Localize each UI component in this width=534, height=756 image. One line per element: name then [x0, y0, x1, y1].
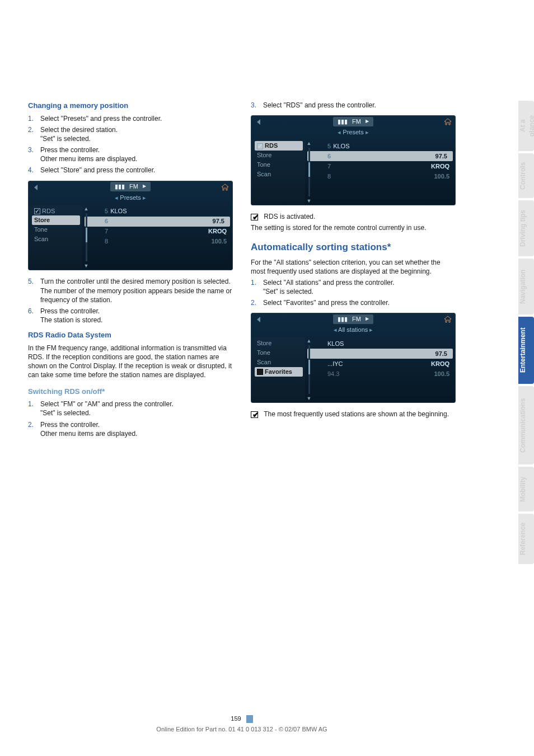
display-station-row[interactable]: 7KROQ — [305, 161, 455, 171]
home-icon — [221, 184, 229, 191]
side-tab-driving-tips[interactable]: Driving tips — [518, 200, 534, 256]
display-submenu: ◂ All stations ▸ — [251, 325, 455, 337]
display-all-stations-favorites: ▮▮▮FM▶◂ All stations ▸StoreToneScanFavor… — [251, 313, 456, 403]
home-icon — [444, 316, 452, 323]
svg-marker-3 — [444, 119, 451, 125]
heading-auto-sort: Automatically sorting stations* — [251, 241, 456, 253]
display-station-list: ▲▼5KLOS697.57KROQ8100.5 — [82, 205, 232, 270]
display-station-row[interactable]: 94.3100.5 — [305, 369, 455, 379]
display-scrollbar[interactable]: ▲▼ — [82, 205, 90, 270]
checkbox-filled-icon — [257, 369, 263, 375]
display-left-menu: StoreToneScanFavorites — [251, 337, 305, 402]
display-left-menu: RDSStoreToneScan — [29, 205, 82, 270]
home-icon — [444, 118, 452, 126]
step-number: 5. — [28, 277, 40, 304]
band-indicator: ▮▮▮FM▶ — [333, 117, 373, 126]
display-menu-item-store[interactable]: Store — [32, 215, 80, 225]
svg-marker-4 — [257, 317, 260, 322]
body-auto-sort: For the "All stations" selection criteri… — [251, 258, 456, 276]
step-body: Select "Store" and press the controller. — [40, 166, 233, 175]
rds-stored-note: The setting is stored for the remote con… — [251, 223, 456, 232]
display-menu-item-store[interactable]: Store — [255, 339, 305, 348]
step-number: 3. — [28, 145, 40, 163]
display-left-menu: RDSStoreToneScan — [251, 140, 305, 204]
side-tab-controls[interactable]: Controls — [518, 153, 534, 198]
display-station-row[interactable]: 7KROQ — [82, 227, 232, 237]
display-menu-item-rds[interactable]: RDS — [255, 141, 303, 151]
display-station-row[interactable]: 8100.5 — [305, 171, 455, 181]
edition-line: Online Edition for Part no. 01 41 0 013 … — [0, 725, 484, 734]
page-marker-icon — [246, 715, 253, 723]
display-station-row[interactable]: 97.5 — [307, 349, 453, 359]
display-menu-item-scan[interactable]: Scan — [255, 358, 305, 367]
step-body: Select "FM" or "AM" and press the contro… — [40, 400, 233, 417]
side-tab-at-a-glance[interactable]: At a glance — [518, 101, 534, 151]
display-station-row[interactable]: 5KLOS — [82, 206, 232, 217]
svg-marker-5 — [444, 316, 451, 322]
display-station-row[interactable]: 697.5 — [85, 217, 230, 227]
display-menu-item-rds[interactable]: RDS — [32, 206, 82, 216]
heading-rds-system: RDS Radio Data System — [28, 330, 233, 340]
steps-auto-sort: 1.Select "All stations" and press the co… — [251, 278, 456, 308]
display-station-row[interactable]: ...IYCKROQ — [305, 359, 455, 369]
display-station-row[interactable]: 5KLOS — [305, 141, 455, 151]
step-number: 1. — [251, 278, 263, 296]
step-body: Select "All stations" and press the cont… — [263, 278, 456, 296]
display-station-list: ▲▼KLOS97.5...IYCKROQ94.3100.5 — [305, 337, 455, 402]
svg-marker-0 — [34, 185, 38, 190]
display-presets-rds: ▮▮▮FM▶◂ Presets ▸RDSStoreToneScan▲▼5KLOS… — [251, 115, 456, 205]
display-menu-item-store[interactable]: Store — [255, 151, 305, 160]
display-submenu: ◂ Presets ▸ — [251, 127, 455, 140]
band-indicator: ▮▮▮FM▶ — [333, 314, 373, 324]
display-menu-item-favorites[interactable]: Favorites — [255, 367, 303, 377]
step-body: Press the controller.Other menu items ar… — [40, 420, 233, 438]
page-footer: 159 Online Edition for Part no. 01 41 0 … — [0, 715, 484, 734]
nav-left-icon — [32, 184, 40, 191]
side-tab-mobility[interactable]: Mobility — [518, 467, 534, 511]
step-number: 3. — [251, 101, 263, 110]
side-tab-reference[interactable]: Reference — [518, 514, 534, 564]
side-tabs: At a glanceControlsDriving tipsNavigatio… — [484, 0, 534, 756]
body-rds-system: In the FM frequency range, additional in… — [28, 344, 233, 380]
steps-switching-rds-3: 3.Select "RDS" and press the controller. — [251, 101, 456, 110]
step-body: Press the controller.The station is stor… — [40, 307, 233, 325]
side-tab-communications[interactable]: Communications — [518, 386, 534, 464]
steps-switching-rds-12: 1.Select "FM" or "AM" and press the cont… — [28, 400, 233, 438]
display-menu-item-scan[interactable]: Scan — [32, 234, 82, 244]
step-body: Select "Favorites" and press the control… — [263, 298, 456, 307]
step-number: 2. — [28, 125, 40, 143]
display-menu-item-scan[interactable]: Scan — [255, 170, 305, 179]
svg-marker-2 — [257, 119, 260, 125]
display-menu-item-tone[interactable]: Tone — [32, 225, 82, 234]
nav-left-icon — [255, 118, 263, 126]
step-number: 2. — [28, 420, 40, 438]
step-number: 2. — [251, 298, 263, 307]
heading-switching-rds: Switching RDS on/off* — [28, 387, 233, 397]
checkbox-checked-icon — [257, 143, 263, 149]
display-station-row[interactable]: 697.5 — [307, 151, 453, 161]
display-station-row[interactable]: 8100.5 — [82, 237, 232, 247]
page-number: 159 — [231, 715, 241, 722]
heading-changing-memory: Changing a memory position — [28, 101, 233, 111]
display-menu-item-tone[interactable]: Tone — [255, 348, 305, 358]
auto-sort-note-text: The most frequently used stations are sh… — [264, 410, 449, 418]
step-number: 4. — [28, 166, 40, 175]
side-tab-entertainment[interactable]: Entertainment — [518, 317, 534, 384]
auto-sort-note: The most frequently used stations are sh… — [251, 410, 456, 419]
band-indicator: ▮▮▮FM▶ — [110, 182, 151, 191]
side-tab-navigation[interactable]: Navigation — [518, 259, 534, 314]
step-body: Select "RDS" and press the controller. — [263, 101, 456, 110]
checkbox-checked-icon — [251, 411, 260, 418]
nav-left-icon — [255, 316, 263, 323]
step-number: 1. — [28, 114, 40, 123]
step-body: Select the desired station."Set" is sele… — [40, 125, 233, 143]
step-body: Turn the controller until the desired me… — [40, 277, 233, 304]
display-submenu: ◂ Presets ▸ — [29, 192, 232, 205]
step-number: 6. — [28, 307, 40, 325]
display-scrollbar[interactable]: ▲▼ — [305, 337, 313, 402]
steps-changing-memory: 1.Select "Presets" and press the control… — [28, 114, 233, 175]
display-scrollbar[interactable]: ▲▼ — [305, 140, 313, 204]
display-menu-item-tone[interactable]: Tone — [255, 160, 305, 170]
display-station-row[interactable]: KLOS — [305, 339, 455, 349]
checkbox-checked-icon — [251, 214, 260, 220]
